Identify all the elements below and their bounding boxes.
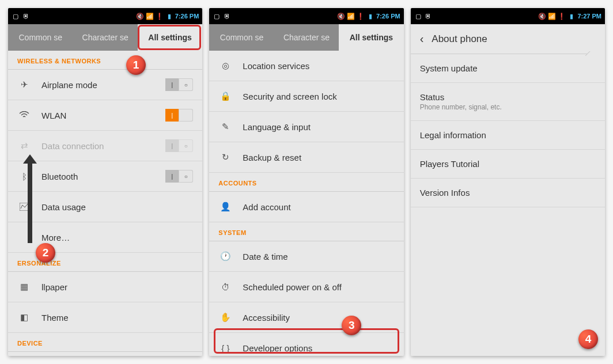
row-scheduled-power[interactable]: ⏱ Scheduled power on & off bbox=[209, 272, 403, 302]
status-label: Status bbox=[420, 92, 596, 102]
section-wireless-networks: WIRELESS & NETWORKS bbox=[8, 51, 202, 70]
phone-screen-1: ▢ ⛨ 🔇 📶 ❗ ▮ 7:26 PM Common se Character … bbox=[8, 8, 202, 356]
toggle-bluetooth[interactable]: |○ bbox=[165, 170, 193, 183]
theme-icon: ◧ bbox=[17, 310, 31, 324]
braces-icon: { } bbox=[218, 341, 232, 355]
status-bar: ▢ ⛨ 🔇 📶 ❗ ▮ 7:26 PM bbox=[8, 8, 202, 24]
section-system: SYSTEM bbox=[209, 222, 403, 241]
settings-list[interactable]: WIRELESS & NETWORKS ✈ Airplane mode |○ W… bbox=[8, 51, 202, 356]
wlan-label: WLAN bbox=[41, 111, 165, 120]
row-location[interactable]: ◎ Location services bbox=[209, 51, 403, 81]
wallpaper-icon: ▦ bbox=[17, 280, 31, 294]
shield-icon: ⛨ bbox=[425, 12, 433, 20]
tab-common[interactable]: Common se bbox=[209, 24, 274, 51]
developer-label: Developer options bbox=[243, 343, 394, 353]
alert-icon: ❗ bbox=[357, 12, 365, 20]
battery-icon: ▮ bbox=[165, 12, 173, 20]
toggle-data[interactable]: |○ bbox=[165, 139, 193, 152]
mute-icon: 🔇 bbox=[337, 12, 345, 20]
status-bar: ▢ ⛨ 🔇 📶 ❗ ▮ 7:26 PM bbox=[209, 8, 403, 24]
row-system-update[interactable]: System update bbox=[411, 54, 605, 83]
row-version[interactable]: Version Infos bbox=[411, 179, 605, 207]
backup-label: Backup & reset bbox=[243, 153, 394, 162]
airplane-icon: ✈ bbox=[17, 78, 31, 92]
tab-character[interactable]: Character se bbox=[73, 24, 137, 51]
row-language[interactable]: ✎ Language & input bbox=[209, 112, 403, 142]
alert-icon: ❗ bbox=[558, 12, 566, 20]
scheduled-label: Scheduled power on & off bbox=[243, 282, 394, 292]
usage-label: Data usage bbox=[41, 202, 193, 212]
row-security[interactable]: 🔒 Security and screen lock bbox=[209, 81, 403, 112]
tutorial-label: Players Tutorial bbox=[420, 159, 596, 169]
row-date-time[interactable]: 🕐 Date & time bbox=[209, 241, 403, 272]
signal-icon: 📶 bbox=[347, 12, 355, 20]
row-bluetooth[interactable]: ᛒ Bluetooth |○ bbox=[8, 161, 202, 192]
shield-icon: ⛨ bbox=[22, 12, 30, 20]
phone-screen-3: ▢ ⛨ 🔇 📶 ❗ ▮ 7:27 PM ‹ About phone System… bbox=[411, 8, 605, 356]
row-wallpaper[interactable]: ▦ llpaper bbox=[8, 272, 202, 302]
version-label: Version Infos bbox=[420, 188, 596, 198]
row-status[interactable]: Status Phone number, signal, etc. bbox=[411, 83, 605, 121]
annotation-4: 4 bbox=[578, 329, 598, 349]
language-label: Language & input bbox=[243, 122, 394, 132]
battery-icon: ▮ bbox=[567, 12, 576, 20]
data-icon: ⇄ bbox=[17, 139, 31, 153]
gallery-icon: ▢ bbox=[213, 12, 221, 20]
legal-label: Legal information bbox=[420, 130, 596, 140]
row-audio-profiles[interactable]: 🔉 Audio profiles bbox=[8, 352, 202, 356]
mute-icon: 🔇 bbox=[538, 12, 546, 20]
status-subtitle: Phone number, signal, etc. bbox=[420, 103, 596, 111]
row-airplane-mode[interactable]: ✈ Airplane mode |○ bbox=[8, 70, 202, 100]
about-list[interactable]: System update Status Phone number, signa… bbox=[411, 54, 605, 356]
clock-label: 7:27 PM bbox=[577, 13, 601, 20]
location-icon: ◎ bbox=[218, 59, 232, 73]
wifi-icon bbox=[17, 108, 31, 122]
tab-all-settings[interactable]: All settings bbox=[339, 24, 403, 51]
mute-icon: 🔇 bbox=[136, 12, 144, 20]
row-developer-options[interactable]: { } Developer options bbox=[209, 333, 403, 356]
about-phone-header: ‹ About phone bbox=[411, 24, 605, 54]
settings-list[interactable]: ◎ Location services 🔒 Security and scree… bbox=[209, 51, 403, 356]
row-accessibility[interactable]: ✋ Accessibility bbox=[209, 302, 403, 333]
row-theme[interactable]: ◧ Theme bbox=[8, 302, 202, 333]
status-bar: ▢ ⛨ 🔇 📶 ❗ ▮ 7:27 PM bbox=[411, 8, 605, 24]
scroll-arrow bbox=[28, 162, 32, 243]
hand-icon: ✋ bbox=[218, 310, 232, 324]
location-label: Location services bbox=[243, 61, 394, 71]
tab-character[interactable]: Character se bbox=[274, 24, 339, 51]
row-wlan[interactable]: WLAN | bbox=[8, 100, 202, 131]
section-device: DEVICE bbox=[8, 333, 202, 352]
row-data-connection[interactable]: ⇄ Data connection |○ bbox=[8, 131, 202, 161]
signal-icon: 📶 bbox=[548, 12, 556, 20]
tab-bar: Common se Character se All settings bbox=[8, 24, 202, 51]
timer-icon: ⏱ bbox=[218, 280, 232, 294]
addaccount-label: Add account bbox=[243, 202, 394, 212]
row-legal[interactable]: Legal information bbox=[411, 121, 605, 150]
wallpaper-label: llpaper bbox=[41, 282, 193, 292]
back-icon[interactable]: ‹ bbox=[420, 32, 424, 46]
tab-common[interactable]: Common se bbox=[8, 24, 73, 51]
gallery-icon: ▢ bbox=[414, 12, 422, 20]
security-label: Security and screen lock bbox=[243, 92, 394, 101]
annotation-2: 2 bbox=[36, 243, 55, 263]
phone-screen-2: ▢ ⛨ 🔇 📶 ❗ ▮ 7:26 PM Common se Character … bbox=[209, 8, 403, 356]
adduser-icon: 👤 bbox=[218, 200, 232, 214]
bluetooth-label: Bluetooth bbox=[41, 172, 165, 181]
tab-all-settings[interactable]: All settings bbox=[138, 24, 202, 51]
toggle-airplane[interactable]: |○ bbox=[165, 78, 193, 91]
airplane-label: Airplane mode bbox=[41, 80, 165, 90]
lock-icon: 🔒 bbox=[218, 89, 232, 103]
datetime-label: Date & time bbox=[243, 252, 394, 261]
clock-icon: 🕐 bbox=[218, 249, 232, 263]
refresh-icon: ↻ bbox=[218, 150, 232, 164]
more-label: More… bbox=[41, 233, 193, 242]
row-add-account[interactable]: 👤 Add account bbox=[209, 192, 403, 222]
clock-label: 7:26 PM bbox=[376, 13, 400, 20]
row-data-usage[interactable]: Data usage bbox=[8, 192, 202, 222]
row-backup[interactable]: ↻ Backup & reset bbox=[209, 142, 403, 173]
tab-bar: Common se Character se All settings bbox=[209, 24, 403, 51]
row-tutorial[interactable]: Players Tutorial bbox=[411, 150, 605, 179]
signal-icon: 📶 bbox=[146, 12, 154, 20]
toggle-wlan[interactable]: | bbox=[165, 109, 193, 122]
clock-label: 7:26 PM bbox=[175, 13, 199, 20]
